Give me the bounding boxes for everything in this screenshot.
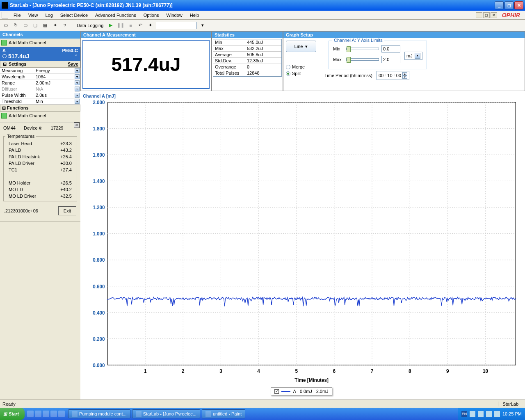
menu-help[interactable]: Help bbox=[186, 12, 203, 18]
minimize-button[interactable]: _ bbox=[495, 1, 504, 9]
dropdown-icon[interactable]: ▼ bbox=[75, 87, 80, 91]
time-period-input[interactable]: 00 : 10 : 00▲▼ bbox=[377, 71, 409, 80]
statistics-header: Statistics bbox=[212, 32, 283, 38]
maximize-button[interactable]: ◻ bbox=[504, 1, 514, 9]
chart-plot[interactable]: 0.0000.2000.4000.6000.8001.0001.2001.400… bbox=[82, 99, 521, 385]
menu-view[interactable]: View bbox=[25, 12, 42, 18]
min-slider[interactable] bbox=[346, 48, 379, 50]
y-axis-legend: Channel A: Y Axis Limits bbox=[332, 38, 384, 43]
menu-select-device[interactable]: Select Device bbox=[57, 12, 91, 18]
ql-icon[interactable] bbox=[27, 411, 34, 417]
spin-down[interactable]: ▼ bbox=[402, 75, 407, 79]
start-button[interactable]: ⊞Start bbox=[0, 408, 25, 420]
add-math-channel-2[interactable]: Add Math Channel bbox=[0, 112, 80, 120]
setting-row[interactable]: DiffuserN/A▼ bbox=[0, 86, 80, 92]
window-titlebar: StarLab - [Juno Pyroelectric PE50-C (s/n… bbox=[0, 0, 525, 11]
ql-icon[interactable] bbox=[35, 411, 41, 417]
dropdown-icon[interactable]: ▼ bbox=[75, 74, 80, 79]
setting-row[interactable]: ThresholdMin▼ bbox=[0, 98, 80, 105]
svg-text:0.000: 0.000 bbox=[93, 362, 105, 368]
functions-header[interactable]: ⊞ Functions bbox=[0, 105, 80, 112]
save-link[interactable]: Save bbox=[68, 62, 78, 67]
max-slider[interactable] bbox=[346, 58, 379, 61]
tray-icon[interactable] bbox=[470, 411, 475, 417]
dropdown-icon[interactable]: ▼ bbox=[75, 99, 80, 104]
channel-device: PE50-C bbox=[62, 48, 78, 53]
unit-dropdown[interactable]: mJ▾ bbox=[404, 52, 422, 60]
add-math-label: Add Math Channel bbox=[9, 40, 46, 45]
legend-checkbox[interactable]: ✓ bbox=[274, 389, 279, 394]
dropdown-icon[interactable]: ▾ bbox=[199, 21, 207, 30]
chart-legend[interactable]: ✓ A - 0.0mJ - 2.0mJ bbox=[271, 387, 332, 395]
setting-row[interactable]: Pulse Width2.0us▼ bbox=[0, 92, 80, 98]
max-input[interactable] bbox=[381, 56, 400, 63]
mdi-restore[interactable]: ◻ bbox=[483, 12, 490, 18]
taskbar: ⊞Start Pumping module cont...StarLab - [… bbox=[0, 408, 525, 420]
ql-icon[interactable] bbox=[58, 411, 65, 417]
temp-row: PA LD+43.2 bbox=[5, 147, 75, 153]
settings-header[interactable]: ⊟ SettingsSave bbox=[0, 61, 80, 68]
collapse-icon[interactable]: ⌃ bbox=[74, 54, 78, 59]
time-period-label: Time Period (hh:mm:ss) bbox=[324, 73, 372, 78]
exit-button[interactable]: Exit bbox=[58, 206, 76, 215]
dropdown-icon[interactable]: ▼ bbox=[75, 80, 80, 85]
tool-btn-2[interactable]: ↻ bbox=[11, 21, 20, 30]
close-button[interactable]: ✕ bbox=[514, 1, 523, 9]
graph-type-button[interactable]: Line▾ bbox=[286, 41, 316, 52]
measurement-header: Channel A Measurement bbox=[81, 32, 211, 38]
menu-log[interactable]: Log bbox=[41, 12, 56, 18]
tool-btn-5[interactable]: ▤ bbox=[41, 21, 49, 30]
taskbar-item[interactable]: untitled - Paint bbox=[202, 409, 245, 418]
menu-file[interactable]: File bbox=[10, 12, 25, 18]
dropdown-icon[interactable]: ▼ bbox=[75, 68, 80, 73]
dropdown-icon[interactable]: ▼ bbox=[75, 93, 80, 98]
chart-area: Channel A [mJ] 0.0000.2000.4000.6000.800… bbox=[80, 91, 525, 399]
mdi-minimize[interactable]: _ bbox=[476, 12, 482, 18]
tool-btn-3[interactable]: ▭ bbox=[21, 21, 30, 30]
measurement-value: 517.4uJ bbox=[112, 53, 181, 75]
channel-a-block[interactable]: APE50-C 517.4uJ⌃ bbox=[0, 47, 80, 61]
tray-icon[interactable] bbox=[486, 411, 492, 417]
spin-up[interactable]: ▲ bbox=[402, 72, 407, 75]
svg-text:0.200: 0.200 bbox=[93, 336, 105, 342]
undo-icon[interactable]: ↶ bbox=[136, 21, 144, 30]
setting-row[interactable]: Wavelength1064▼ bbox=[0, 74, 80, 80]
toolbar-sep bbox=[72, 21, 72, 30]
tray-icon[interactable] bbox=[478, 411, 484, 417]
setting-row[interactable]: MeasuringEnergy▼ bbox=[0, 68, 80, 74]
window-title: StarLab - [Juno Pyroelectric PE50-C (s/n… bbox=[10, 2, 495, 8]
mdi-close[interactable]: ✕ bbox=[491, 12, 497, 18]
clock[interactable]: 10:25 PM bbox=[502, 411, 522, 416]
channel-name: A bbox=[2, 48, 6, 53]
com-port: OM44 bbox=[3, 126, 16, 130]
tools-icon[interactable]: ✦ bbox=[146, 21, 154, 30]
tool-btn-1[interactable]: ▭ bbox=[2, 21, 10, 30]
play-icon[interactable]: ▶ bbox=[107, 21, 115, 30]
ql-icon[interactable] bbox=[43, 411, 49, 417]
device-panel: ✕ OM44Device #:17229 Temperatures Laser … bbox=[0, 123, 80, 219]
menu-options[interactable]: Options bbox=[140, 12, 163, 18]
merge-radio[interactable]: Merge bbox=[286, 64, 316, 69]
menu-advanced-functions[interactable]: Advanced Functions bbox=[91, 12, 140, 18]
taskbar-item[interactable]: StarLab - [Juno Pyroelec... bbox=[132, 409, 200, 418]
lang-indicator[interactable]: EN bbox=[461, 411, 467, 417]
tray-icon[interactable] bbox=[494, 411, 500, 417]
add-icon bbox=[1, 113, 7, 119]
tool-help-icon[interactable]: ? bbox=[61, 21, 69, 30]
menu-window[interactable]: Window bbox=[163, 12, 186, 18]
svg-text:7: 7 bbox=[371, 368, 374, 374]
setting-row[interactable]: Range2.00mJ▼ bbox=[0, 80, 80, 86]
ql-icon[interactable] bbox=[50, 411, 57, 417]
svg-text:1.400: 1.400 bbox=[93, 178, 105, 185]
stop-icon[interactable]: ■ bbox=[126, 21, 135, 30]
min-input[interactable] bbox=[381, 45, 400, 52]
temperatures-group: Temperatures Laser Head+23.3PA LD+43.2PA… bbox=[3, 134, 77, 201]
add-math-channel[interactable]: Add Math Channel bbox=[0, 39, 80, 47]
tool-btn-4[interactable]: ▢ bbox=[31, 21, 39, 30]
split-radio[interactable]: Split bbox=[286, 71, 316, 76]
taskbar-item[interactable]: Pumping module cont... bbox=[68, 409, 130, 418]
pause-icon[interactable]: ❚❚ bbox=[116, 21, 125, 30]
panel-close-icon[interactable]: ✕ bbox=[74, 122, 80, 128]
tool-btn-6[interactable]: ✦ bbox=[51, 21, 59, 30]
log-file-field[interactable] bbox=[156, 22, 197, 29]
